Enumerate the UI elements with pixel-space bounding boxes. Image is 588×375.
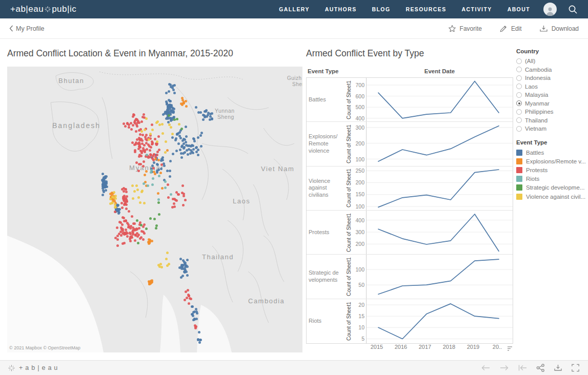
conflict-mark-protests[interactable] xyxy=(125,188,127,191)
nav-item-blog[interactable]: BLOG xyxy=(372,6,391,12)
conflict-mark-battles[interactable] xyxy=(178,135,181,137)
country-option-indonesia[interactable]: Indonesia xyxy=(516,74,584,82)
conflict-mark-explosions[interactable] xyxy=(153,171,155,173)
conflict-mark-battles[interactable] xyxy=(172,153,174,155)
conflict-mark-battles[interactable] xyxy=(199,111,202,114)
conflict-mark-explosions[interactable] xyxy=(151,240,153,242)
conflict-mark-strategic[interactable] xyxy=(140,224,143,226)
conflict-mark-protests[interactable] xyxy=(142,165,145,168)
conflict-mark-protests[interactable] xyxy=(143,232,146,235)
conflict-mark-battles[interactable] xyxy=(169,100,171,102)
conflict-mark-violence[interactable] xyxy=(112,196,115,199)
conflict-mark-battles[interactable] xyxy=(156,163,159,166)
conflict-mark-protests[interactable] xyxy=(194,324,196,327)
line-chart-plot[interactable] xyxy=(366,166,513,210)
conflict-mark-strategic[interactable] xyxy=(145,227,148,230)
conflict-mark-protests[interactable] xyxy=(126,232,129,235)
line-mark[interactable] xyxy=(378,81,499,118)
conflict-mark-battles[interactable] xyxy=(176,133,178,136)
conflict-mark-battles[interactable] xyxy=(202,118,205,121)
search-icon[interactable] xyxy=(568,5,578,14)
conflict-mark-explosions[interactable] xyxy=(144,174,146,176)
country-option-myanmar[interactable]: Myanmar xyxy=(516,99,584,108)
conflict-mark-protests[interactable] xyxy=(167,196,170,199)
conflict-mark-protests[interactable] xyxy=(181,184,184,187)
conflict-mark-battles[interactable] xyxy=(175,137,177,140)
conflict-mark-protests[interactable] xyxy=(126,235,129,238)
conflict-mark-strategic[interactable] xyxy=(158,213,160,216)
conflict-mark-battles[interactable] xyxy=(193,310,196,313)
conflict-mark-protests[interactable] xyxy=(129,238,131,240)
conflict-mark-explosions[interactable] xyxy=(109,193,112,195)
legend-item-explosions[interactable]: Explosions/Remote v... xyxy=(516,157,586,165)
favorite-button[interactable]: Favorite xyxy=(448,25,482,33)
conflict-mark-battles[interactable] xyxy=(200,145,202,148)
country-option-malaysia[interactable]: Malaysia xyxy=(516,91,584,99)
country-option-philippines[interactable]: Philippines xyxy=(516,108,584,116)
conflict-mark-protests[interactable] xyxy=(185,290,187,293)
conflict-mark-battles[interactable] xyxy=(193,140,196,142)
conflict-mark-protests[interactable] xyxy=(123,122,125,125)
conflict-mark-protests[interactable] xyxy=(124,202,126,205)
line-mark[interactable] xyxy=(378,170,499,207)
conflict-mark-battles[interactable] xyxy=(192,148,195,151)
conflict-mark-protests[interactable] xyxy=(126,222,129,224)
conflict-mark-protests[interactable] xyxy=(138,154,141,156)
conflict-mark-riots[interactable] xyxy=(164,180,167,183)
conflict-mark-explosions[interactable] xyxy=(154,158,157,160)
country-option-thailand[interactable]: Thailand xyxy=(516,116,584,125)
conflict-mark-violence[interactable] xyxy=(114,203,116,206)
conflict-mark-protests[interactable] xyxy=(143,113,145,116)
conflict-mark-protests[interactable] xyxy=(173,205,176,208)
legend-item-strategic[interactable]: Strategic developme... xyxy=(516,183,586,192)
conflict-mark-explosions[interactable] xyxy=(161,187,164,190)
redo-icon[interactable] xyxy=(499,364,509,371)
conflict-mark-protests[interactable] xyxy=(151,140,153,143)
nav-item-about[interactable]: ABOUT xyxy=(508,6,530,12)
conflict-mark-battles[interactable] xyxy=(186,259,189,261)
conflict-mark-violence[interactable] xyxy=(141,190,144,192)
legend-item-battles[interactable]: Battles xyxy=(516,148,586,157)
conflict-mark-explosions[interactable] xyxy=(149,240,151,242)
conflict-mark-explosions[interactable] xyxy=(148,242,150,245)
line-mark[interactable] xyxy=(378,126,499,161)
conflict-mark-protests[interactable] xyxy=(134,239,136,242)
conflict-mark-violence[interactable] xyxy=(164,151,167,154)
conflict-mark-battles[interactable] xyxy=(191,151,193,153)
conflict-mark-battles[interactable] xyxy=(180,156,183,159)
conflict-mark-battles[interactable] xyxy=(183,142,185,145)
conflict-mark-protests[interactable] xyxy=(135,161,138,164)
conflict-mark-protests[interactable] xyxy=(143,160,145,163)
conflict-mark-riots[interactable] xyxy=(157,198,160,201)
conflict-mark-protests[interactable] xyxy=(167,183,169,186)
conflict-mark-protests[interactable] xyxy=(139,146,141,149)
conflict-mark-battles[interactable] xyxy=(165,100,168,103)
conflict-mark-protests[interactable] xyxy=(121,206,124,209)
conflict-mark-protests[interactable] xyxy=(143,150,146,152)
conflict-mark-strategic[interactable] xyxy=(153,218,156,220)
radio-button[interactable] xyxy=(516,58,522,64)
conflict-mark-violence[interactable] xyxy=(171,133,174,135)
conflict-mark-battles[interactable] xyxy=(186,274,189,277)
conflict-mark-battles[interactable] xyxy=(105,184,107,187)
radio-button[interactable] xyxy=(516,67,522,72)
conflict-mark-protests[interactable] xyxy=(133,228,136,231)
edit-button[interactable]: Edit xyxy=(499,25,522,33)
conflict-mark-battles[interactable] xyxy=(195,308,197,310)
conflict-mark-battles[interactable] xyxy=(116,204,119,207)
country-option-vietnam[interactable]: Vietnam xyxy=(516,124,584,133)
legend-item-protests[interactable]: Protests xyxy=(516,165,586,174)
conflict-mark-battles[interactable] xyxy=(169,84,172,86)
conflict-mark-explosions[interactable] xyxy=(159,172,162,174)
conflict-mark-protests[interactable] xyxy=(136,121,139,124)
sort-icon[interactable] xyxy=(507,344,513,353)
conflict-mark-battles[interactable] xyxy=(197,149,199,151)
conflict-mark-battles[interactable] xyxy=(182,259,185,262)
line-chart-plot[interactable] xyxy=(366,255,513,298)
conflict-mark-riots[interactable] xyxy=(152,177,154,180)
tableau-public-logo[interactable]: +ab|eau pub|ic xyxy=(10,4,76,14)
download-button[interactable]: Download xyxy=(539,25,579,33)
conflict-mark-strategic[interactable] xyxy=(155,224,158,227)
conflict-mark-protests[interactable] xyxy=(190,298,192,300)
conflict-mark-violence[interactable] xyxy=(151,129,154,131)
